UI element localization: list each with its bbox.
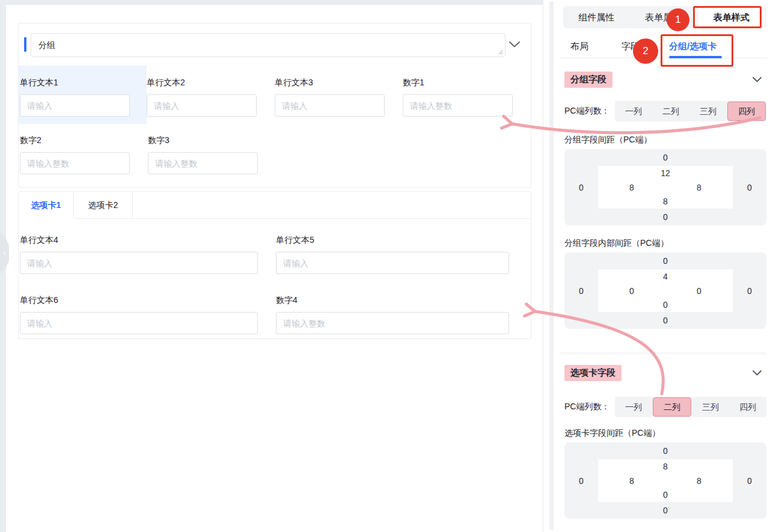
resize-handle-icon[interactable]: [498, 49, 503, 55]
field-cell[interactable]: 单行文本5: [276, 223, 532, 274]
segment-four-columns[interactable]: 四列: [727, 102, 766, 121]
text-input[interactable]: [276, 252, 509, 274]
inner-box: 8 8 8 0: [598, 459, 733, 502]
tab-spacing-box-model: 0 0 8 8 8 0 0 0: [564, 442, 766, 519]
field-label: 单行文本5: [276, 235, 532, 246]
inner-bottom-value: 8: [598, 194, 733, 209]
number-input[interactable]: [148, 152, 258, 174]
tab-form-style[interactable]: 表单样式: [698, 8, 765, 26]
section-heading-group-fields: 分组字段: [564, 72, 613, 88]
group-accent-bar: [24, 37, 26, 52]
section-heading-tab-fields: 选项卡字段: [564, 365, 622, 381]
group-columns-row: PC端列数： 一列 二列 三列 四列: [564, 101, 766, 121]
subtab-active-underline: [669, 56, 722, 58]
group-container[interactable]: 分组 单行文本1 单行文本2 单行文本3: [18, 23, 531, 188]
text-input[interactable]: [20, 312, 258, 334]
number-input[interactable]: [20, 152, 130, 174]
tab-columns-row: PC端列数： 一列 二列 三列 四列: [564, 397, 766, 417]
group-inner-spacing-title: 分组字段内部间距（PC端）: [564, 238, 668, 249]
field-label: 单行文本6: [20, 295, 276, 306]
outer-bottom-value: 0: [564, 312, 766, 329]
tab-field-row-2: 单行文本6 数字4: [20, 283, 532, 334]
tab-option-1[interactable]: 选项卡1: [19, 192, 74, 219]
field-cell[interactable]: 单行文本4: [20, 223, 276, 274]
subtab-layout[interactable]: 布局: [570, 41, 588, 52]
outer-bottom-value: 0: [564, 502, 766, 519]
group-field-row-1: 单行文本1 单行文本2 单行文本3 数字1: [20, 66, 531, 124]
number-input[interactable]: [403, 94, 513, 117]
group-collapse-chevron-icon[interactable]: [509, 41, 520, 47]
text-input[interactable]: [275, 94, 385, 117]
columns-label: PC端列数：: [564, 106, 615, 117]
segment-three-columns[interactable]: 三列: [692, 397, 729, 417]
field-label: 数字4: [276, 295, 532, 306]
group-title-input[interactable]: 分组: [31, 33, 506, 57]
outer-left-value: 0: [564, 166, 598, 209]
field-cell[interactable]: 单行文本2: [147, 66, 275, 124]
tab-spacing-title: 选项卡字段间距（PC端）: [564, 428, 660, 439]
outer-top-value: 0: [564, 252, 766, 269]
text-input[interactable]: [20, 94, 130, 117]
tabs-container[interactable]: 选项卡1 选项卡2 单行文本4 单行文本5 单行文本6: [18, 191, 531, 339]
outer-left-value: 0: [564, 269, 598, 312]
tab-columns-segmented: 一列 二列 三列 四列: [615, 397, 766, 417]
inner-box: 12 8 8 8: [598, 166, 733, 209]
group-inner-spacing-box-model: 0 0 4 0 0 0 0 0: [564, 252, 766, 329]
field-cell[interactable]: 单行文本3: [275, 66, 403, 124]
columns-label: PC端列数：: [564, 402, 615, 412]
outer-top-value: 0: [564, 149, 766, 166]
segment-one-column[interactable]: 一列: [615, 101, 652, 121]
outer-top-value: 0: [564, 442, 766, 459]
segment-two-columns[interactable]: 二列: [652, 101, 689, 121]
section-collapse-chevron-icon[interactable]: [753, 77, 762, 82]
field-label: 单行文本1: [20, 78, 147, 88]
inner-right-value: 8: [665, 474, 733, 488]
field-label: 数字3: [148, 135, 276, 146]
text-input[interactable]: [20, 252, 258, 274]
group-title-text: 分组: [31, 34, 505, 57]
segment-three-columns[interactable]: 三列: [689, 101, 727, 121]
annotation-step-1-badge: 1: [667, 8, 689, 31]
group-spacing-title: 分组字段间距（PC端）: [564, 135, 652, 145]
section-collapse-chevron-icon[interactable]: [753, 370, 762, 376]
field-label: 单行文本4: [20, 235, 276, 246]
inner-left-value: 8: [598, 474, 665, 488]
segment-two-columns[interactable]: 二列: [653, 397, 691, 417]
segment-four-columns[interactable]: 四列: [729, 397, 766, 417]
group-spacing-box-model: 0 0 12 8 8 8 0 0: [564, 149, 766, 225]
annotation-step-2-badge: 2: [633, 38, 658, 64]
outer-right-value: 0: [733, 166, 766, 209]
tab-field-row-1: 单行文本4 单行文本5: [20, 223, 532, 274]
tab-component-properties[interactable]: 组件属性: [563, 6, 630, 28]
inner-top-value: 4: [598, 269, 733, 284]
subtab-divider: [560, 58, 766, 58]
inner-box: 4 0 0 0: [598, 269, 733, 312]
outer-right-value: 0: [733, 269, 766, 312]
inner-top-value: 12: [598, 166, 733, 180]
inner-bottom-value: 0: [598, 488, 733, 502]
field-cell[interactable]: 数字4: [276, 283, 532, 334]
canvas-tabbar: 选项卡1 选项卡2: [19, 192, 531, 219]
tab-option-2[interactable]: 选项卡2: [74, 192, 133, 218]
field-cell[interactable]: 单行文本6: [20, 283, 276, 334]
properties-panel: 组件属性 表单属性 表单样式 布局 字段 分组/选项卡 分组字段 PC端列数： …: [543, 0, 773, 532]
panel-top-tabs: 组件属性 表单属性 表单样式: [563, 6, 766, 28]
panel-scrollbar[interactable]: [549, 1, 554, 530]
inner-right-value: 8: [665, 180, 733, 194]
segment-one-column[interactable]: 一列: [615, 397, 652, 417]
field-cell[interactable]: 数字3: [148, 123, 276, 174]
field-cell-selected[interactable]: 单行文本1: [19, 66, 147, 124]
field-label: 数字1: [403, 78, 531, 88]
inner-left-value: 0: [598, 284, 665, 298]
field-label: 单行文本2: [147, 78, 275, 88]
subtab-group-tabs[interactable]: 分组/选项卡: [669, 41, 716, 52]
section-divider: [560, 353, 766, 353]
outer-right-value: 0: [733, 459, 766, 502]
inner-right-value: 0: [665, 284, 733, 298]
number-input[interactable]: [276, 312, 509, 334]
inner-left-value: 8: [598, 180, 665, 194]
field-cell[interactable]: 数字2: [20, 123, 148, 174]
form-designer-app: 分组 单行文本1 单行文本2 单行文本3: [0, 0, 773, 532]
field-cell[interactable]: 数字1: [403, 66, 531, 124]
text-input[interactable]: [147, 94, 257, 117]
